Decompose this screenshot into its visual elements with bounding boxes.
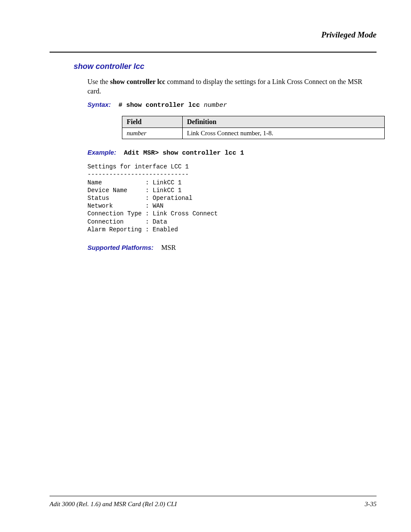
syntax-line: Syntax: # show controller lcc number bbox=[87, 101, 377, 109]
syntax-command: # show controller lcc bbox=[118, 102, 204, 109]
desc-command: show controller lcc bbox=[110, 78, 165, 85]
syntax-arg: number bbox=[204, 102, 227, 109]
syntax-label: Syntax: bbox=[87, 101, 111, 108]
parameter-table: Field Definition number Link Cross Conne… bbox=[122, 116, 385, 139]
page-footer: Adit 3000 (Rel. 1.6) and MSR Card (Rel 2… bbox=[50, 496, 377, 508]
supported-platforms: Supported Platforms: MSR bbox=[87, 244, 377, 252]
example-label: Example: bbox=[87, 149, 116, 156]
table-cell-definition: Link Cross Connect number, 1-8. bbox=[183, 128, 385, 139]
desc-pre: Use the bbox=[87, 78, 110, 85]
table-row: number Link Cross Connect number, 1-8. bbox=[122, 128, 385, 139]
table-header-row: Field Definition bbox=[122, 116, 385, 128]
table-header-field: Field bbox=[122, 116, 183, 128]
table-header-definition: Definition bbox=[183, 116, 385, 128]
footer-left: Adit 3000 (Rel. 1.6) and MSR Card (Rel 2… bbox=[50, 501, 177, 508]
supported-value: MSR bbox=[159, 244, 176, 251]
footer-rule bbox=[50, 496, 377, 496]
example-command: Adit MSR> show controller lcc 1 bbox=[124, 149, 244, 157]
page-header: Privileged Mode bbox=[50, 30, 377, 40]
table-cell-field: number bbox=[122, 128, 183, 139]
supported-label: Supported Platforms: bbox=[87, 244, 153, 251]
section-title: show controller lcc bbox=[74, 62, 377, 71]
example-line: Example: Adit MSR> show controller lcc 1 bbox=[87, 149, 377, 157]
header-rule bbox=[50, 52, 377, 53]
footer-page-number: 3-35 bbox=[365, 501, 377, 508]
description-paragraph: Use the show controller lcc command to d… bbox=[87, 77, 377, 96]
example-output: Settings for interface LCC 1 -----------… bbox=[87, 163, 377, 233]
